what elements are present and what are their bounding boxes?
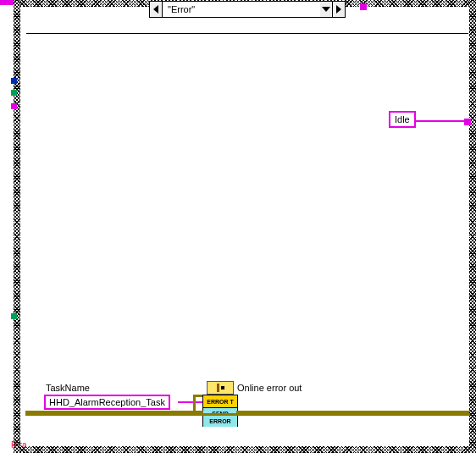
subvi-body: SEND ERROR (203, 408, 237, 427)
taskname-constant[interactable]: HHD_AlarmReception_Task (44, 395, 170, 410)
case-selector[interactable]: "Error" (149, 1, 346, 18)
red-marker: R=a (11, 440, 27, 450)
wire-cluster-branch-v (193, 395, 196, 413)
bundle-dot-icon (221, 386, 224, 389)
wire-cluster-out (236, 411, 469, 413)
taskname-constant-text: HHD_AlarmReception_Task (49, 397, 165, 407)
left-tunnel-2[interactable] (11, 90, 17, 96)
structure-border-left (14, 0, 20, 453)
string-constant-idle-text: Idle (395, 114, 410, 124)
string-constant-idle[interactable]: Idle (389, 111, 416, 128)
case-dropdown-button[interactable] (320, 2, 332, 17)
inner-rule (26, 33, 468, 34)
bundle-by-name-node[interactable] (207, 381, 234, 395)
structure-border-right (469, 0, 476, 453)
wire-taskname (178, 401, 202, 403)
chevron-right-icon (336, 5, 341, 14)
structure-border-bottom (14, 446, 476, 453)
wire-cluster-in (25, 411, 203, 413)
wire-cluster-to-subvi (193, 395, 202, 397)
case-handle[interactable] (360, 3, 367, 10)
left-tunnel-1[interactable] (11, 78, 17, 84)
case-prev-button[interactable] (150, 2, 163, 17)
wire-idle (415, 120, 466, 122)
left-tunnel-3[interactable] (11, 103, 17, 109)
left-tunnel-4[interactable] (11, 313, 17, 319)
chevron-down-icon (322, 7, 330, 12)
case-next-button[interactable] (332, 2, 345, 17)
subvi-header: ERROR T (203, 395, 237, 408)
bundle-glyph-icon (217, 384, 219, 392)
bundle-output-label: Online error out (237, 383, 302, 393)
case-selector-label[interactable]: "Error" (163, 2, 320, 17)
taskname-label: TaskName (46, 383, 90, 393)
wire-cluster-bottom (25, 413, 470, 416)
send-error-subvi[interactable]: ERROR T SEND ERROR (202, 395, 238, 427)
chevron-left-icon (153, 5, 158, 14)
